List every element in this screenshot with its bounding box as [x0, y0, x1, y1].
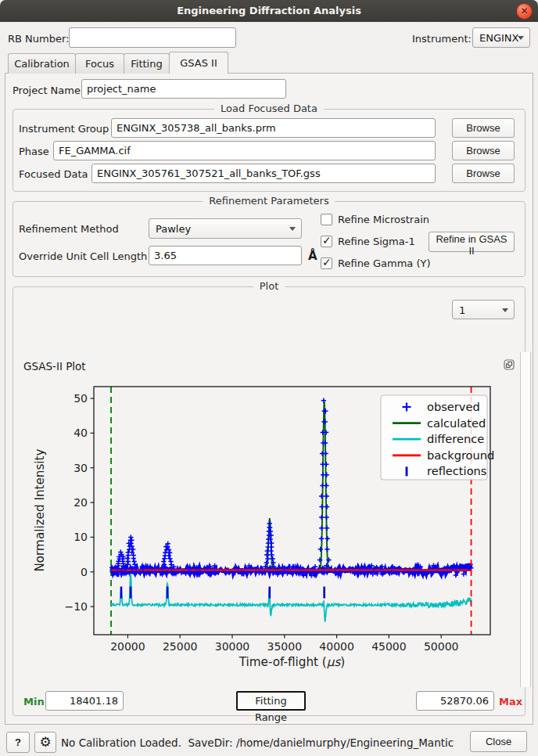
popout-plot-button[interactable]: [504, 359, 515, 373]
fit-min-input[interactable]: [45, 691, 124, 711]
instrument-group-browse-button[interactable]: Browse: [452, 118, 515, 138]
instrument-value: ENGINX: [479, 32, 518, 44]
plot-scrollbar[interactable]: [520, 352, 531, 687]
phase-browse-button[interactable]: Browse: [452, 141, 515, 160]
window-close-button[interactable]: ✕: [516, 3, 533, 20]
refine-gamma-checkbox[interactable]: Refine Gamma (Y): [321, 257, 431, 269]
help-button[interactable]: ?: [6, 732, 30, 753]
svg-text:50000: 50000: [424, 640, 459, 653]
checkbox-box: [321, 257, 332, 269]
override-unit-cell-label: Override Unit Cell Length: [19, 250, 147, 262]
phase-input[interactable]: [53, 141, 436, 160]
phase-label: Phase: [19, 146, 49, 157]
diffraction-chart[interactable]: observedcalculateddifferencebackgroundre…: [16, 374, 519, 687]
tab-focus[interactable]: Focus: [75, 53, 124, 74]
refinement-method-select[interactable]: Pawley: [149, 218, 302, 239]
focused-data-label: Focused Data: [19, 168, 88, 180]
plot-index-select[interactable]: 1: [452, 300, 515, 319]
close-button[interactable]: Close: [470, 731, 527, 752]
window-title: Engineering Diffraction Analysis: [0, 0, 538, 22]
project-name-label: Project Name: [13, 85, 81, 96]
instrument-select[interactable]: ENGINX: [472, 27, 530, 48]
svg-text:45000: 45000: [371, 640, 407, 653]
angstrom-unit-label: Å: [308, 249, 317, 263]
instrument-group-label: Instrument Group: [19, 123, 109, 135]
legend-label: difference: [427, 432, 484, 445]
refinement-parameters-title: Refinement Parameters: [203, 195, 335, 207]
refine-microstrain-checkbox[interactable]: Refine Microstrain: [321, 214, 429, 225]
title-bar: Engineering Diffraction Analysis ✕: [0, 0, 538, 22]
refine-sigma1-checkbox[interactable]: Refine Sigma-1: [321, 236, 415, 247]
svg-text:40: 40: [74, 427, 88, 439]
settings-button[interactable]: ⚙: [34, 732, 56, 753]
svg-text:30: 30: [74, 462, 88, 474]
legend-label: reflections: [427, 464, 486, 477]
refine-in-gsas-button[interactable]: Refine in GSAS II: [429, 232, 515, 252]
svg-text:20000: 20000: [110, 640, 145, 653]
instrument-label: Instrument:: [412, 33, 472, 45]
svg-text:30000: 30000: [215, 640, 250, 653]
plot-group-title: Plot: [253, 280, 285, 292]
override-unit-cell-input[interactable]: [149, 246, 302, 265]
checkbox-box: [321, 214, 332, 225]
legend-label: background: [427, 448, 494, 462]
popout-icon: [504, 359, 515, 370]
refinement-method-label: Refinement Method: [19, 223, 119, 235]
plot-index-value: 1: [459, 304, 465, 315]
svg-text:50: 50: [74, 392, 88, 405]
instrument-group-input[interactable]: [111, 118, 436, 138]
rb-number-label: RB Number:: [8, 33, 69, 45]
difference-series: [111, 574, 471, 622]
load-focused-data-title: Load Focused Data: [214, 103, 324, 114]
y-axis-label: Normalized Intensity: [33, 448, 47, 571]
legend-label: observed: [427, 400, 480, 413]
fitting-range-label[interactable]: Fitting Range: [236, 691, 306, 711]
gear-icon: ⚙: [35, 734, 56, 751]
reflections-series: [121, 586, 325, 598]
chevron-down-icon: [289, 227, 296, 231]
x-axis-label: Time-of-flight (μs): [239, 655, 346, 669]
status-message: No Calibration Loaded. SaveDir: /home/da…: [61, 736, 454, 749]
tab-fitting[interactable]: Fitting: [124, 53, 170, 74]
checkbox-label: Refine Microstrain: [338, 214, 429, 225]
project-name-input[interactable]: [81, 79, 286, 99]
fit-max-label: Max: [499, 696, 522, 707]
fit-min-label: Min: [23, 696, 45, 707]
checkbox-box: [321, 236, 332, 247]
legend-label: calculated: [427, 416, 486, 430]
svg-text:25000: 25000: [163, 640, 198, 653]
focused-data-input[interactable]: [91, 164, 436, 183]
svg-text:10: 10: [74, 531, 88, 543]
svg-text:−10: −10: [64, 600, 88, 613]
checkbox-label: Refine Sigma-1: [338, 236, 415, 247]
svg-text:40000: 40000: [319, 640, 354, 653]
svg-text:35000: 35000: [267, 640, 303, 653]
chevron-down-icon: [518, 36, 524, 40]
tab-calibration[interactable]: Calibration: [8, 53, 76, 74]
rb-number-input[interactable]: [69, 27, 236, 48]
tab-gsas-ii[interactable]: GSAS II: [169, 52, 228, 74]
fit-max-input[interactable]: [416, 691, 494, 711]
plot-title: GSAS-II Plot: [23, 360, 86, 373]
chevron-down-icon: [502, 308, 508, 312]
svg-text:20: 20: [74, 496, 88, 509]
refinement-method-value: Pawley: [156, 223, 191, 235]
checkbox-label: Refine Gamma (Y): [338, 257, 431, 269]
svg-text:0: 0: [81, 566, 88, 578]
focused-data-browse-button[interactable]: Browse: [452, 164, 515, 183]
close-icon: ✕: [517, 4, 532, 19]
